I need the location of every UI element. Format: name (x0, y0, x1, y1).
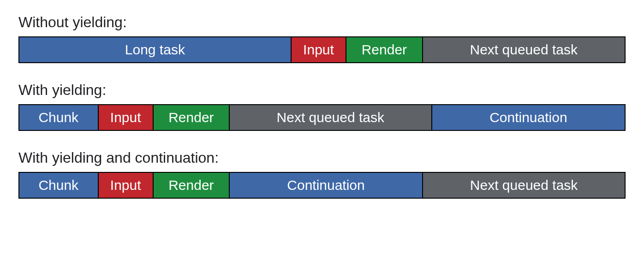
diagram-root: Without yielding:Long taskInputRenderNex… (18, 14, 626, 199)
segment-long-task: Long task (18, 36, 291, 63)
segment-continuation: Continuation (229, 172, 422, 199)
segment-chunk: Chunk (18, 104, 98, 131)
segment-render: Render (346, 36, 422, 63)
segment-next-queued-task: Next queued task (422, 172, 626, 199)
segment-input: Input (98, 104, 153, 131)
segment-input: Input (98, 172, 153, 199)
section-title: With yielding and continuation: (18, 149, 626, 166)
section-2: With yielding and continuation:ChunkInpu… (18, 149, 626, 199)
segment-render: Render (153, 104, 229, 131)
segment-input: Input (291, 36, 346, 63)
section-1: With yielding:ChunkInputRenderNext queue… (18, 82, 626, 131)
timeline-bar: ChunkInputRenderNext queued taskContinua… (18, 104, 626, 131)
segment-next-queued-task: Next queued task (229, 104, 431, 131)
segment-chunk: Chunk (18, 172, 98, 199)
segment-render: Render (153, 172, 229, 199)
timeline-bar: Long taskInputRenderNext queued task (18, 36, 626, 63)
section-0: Without yielding:Long taskInputRenderNex… (18, 14, 626, 63)
segment-next-queued-task: Next queued task (422, 36, 626, 63)
section-title: With yielding: (18, 82, 626, 99)
timeline-bar: ChunkInputRenderContinuationNext queued … (18, 172, 626, 199)
section-title: Without yielding: (18, 14, 626, 31)
segment-continuation: Continuation (431, 104, 626, 131)
